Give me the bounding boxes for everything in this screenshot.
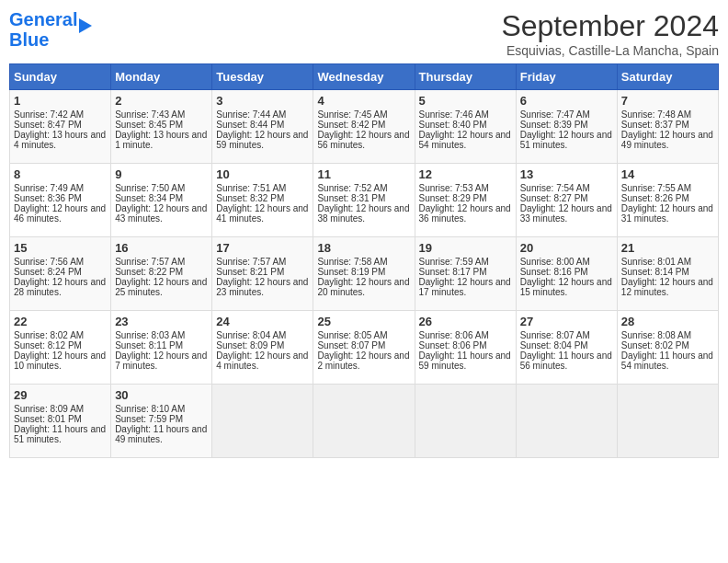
daylight-label: Daylight: 11 hours and 49 minutes.	[115, 424, 207, 444]
calendar-cell: 9 Sunrise: 7:50 AM Sunset: 8:34 PM Dayli…	[111, 164, 212, 237]
daylight-label: Daylight: 11 hours and 56 minutes.	[520, 350, 612, 371]
sunset-label: Sunset: 8:09 PM	[216, 340, 284, 350]
sunrise-label: Sunrise: 7:48 AM	[621, 109, 691, 120]
calendar-table: Sunday Monday Tuesday Wednesday Thursday…	[9, 63, 719, 458]
sunset-label: Sunset: 8:07 PM	[317, 340, 385, 350]
sunrise-label: Sunrise: 7:45 AM	[317, 109, 387, 120]
calendar-cell: 14 Sunrise: 7:55 AM Sunset: 8:26 PM Dayl…	[617, 164, 718, 237]
daylight-label: Daylight: 12 hours and 51 minutes.	[520, 130, 612, 150]
calendar-cell: 18 Sunrise: 7:58 AM Sunset: 8:19 PM Dayl…	[313, 237, 415, 311]
daylight-label: Daylight: 12 hours and 25 minutes.	[115, 277, 207, 297]
th-sunday: Sunday	[10, 64, 111, 90]
calendar-cell	[415, 385, 516, 458]
calendar-cell: 22 Sunrise: 8:02 AM Sunset: 8:12 PM Dayl…	[10, 311, 111, 385]
calendar-cell	[212, 385, 313, 458]
sunset-label: Sunset: 8:45 PM	[115, 120, 183, 130]
th-monday: Monday	[111, 64, 212, 90]
sunset-label: Sunset: 8:17 PM	[419, 267, 487, 277]
sunset-label: Sunset: 8:27 PM	[520, 193, 588, 203]
day-number: 3	[216, 94, 309, 108]
sunrise-label: Sunrise: 8:02 AM	[14, 330, 84, 340]
calendar-cell	[516, 385, 617, 458]
day-number: 29	[14, 388, 107, 402]
sunrise-label: Sunrise: 7:59 AM	[419, 257, 489, 267]
calendar-cell: 27 Sunrise: 8:07 AM Sunset: 8:04 PM Dayl…	[516, 311, 617, 385]
sunset-label: Sunset: 8:12 PM	[14, 340, 82, 350]
sunset-label: Sunset: 8:24 PM	[14, 267, 82, 277]
day-number: 22	[14, 315, 107, 328]
sunset-label: Sunset: 8:02 PM	[621, 340, 689, 350]
th-wednesday: Wednesday	[313, 64, 415, 90]
daylight-label: Daylight: 12 hours and 23 minutes.	[216, 277, 308, 297]
day-number: 5	[419, 94, 512, 108]
calendar-cell: 12 Sunrise: 7:53 AM Sunset: 8:29 PM Dayl…	[415, 164, 516, 237]
page-header: GeneralBlue September 2024 Esquivias, Ca…	[9, 9, 719, 58]
sunset-label: Sunset: 8:01 PM	[14, 414, 82, 424]
daylight-label: Daylight: 13 hours and 1 minute.	[115, 130, 207, 150]
sunrise-label: Sunrise: 8:07 AM	[520, 330, 590, 340]
sunrise-label: Sunrise: 7:49 AM	[14, 183, 84, 193]
sunrise-label: Sunrise: 7:57 AM	[216, 257, 286, 267]
daylight-label: Daylight: 12 hours and 49 minutes.	[621, 130, 713, 150]
sunrise-label: Sunrise: 7:52 AM	[317, 183, 387, 193]
daylight-label: Daylight: 12 hours and 10 minutes.	[14, 350, 106, 371]
month-title: September 2024	[501, 9, 719, 43]
logo: GeneralBlue	[9, 9, 92, 50]
sunset-label: Sunset: 8:39 PM	[520, 120, 588, 130]
calendar-cell: 7 Sunrise: 7:48 AM Sunset: 8:37 PM Dayli…	[617, 90, 718, 164]
day-number: 18	[317, 241, 410, 255]
daylight-label: Daylight: 12 hours and 4 minutes.	[216, 350, 308, 371]
sunrise-label: Sunrise: 7:58 AM	[317, 257, 387, 267]
calendar-cell: 21 Sunrise: 8:01 AM Sunset: 8:14 PM Dayl…	[617, 237, 718, 311]
sunset-label: Sunset: 8:04 PM	[520, 340, 588, 350]
sunset-label: Sunset: 8:06 PM	[419, 340, 487, 350]
calendar-cell	[617, 385, 718, 458]
daylight-label: Daylight: 12 hours and 41 minutes.	[216, 203, 308, 224]
day-number: 4	[317, 94, 410, 108]
calendar-cell: 26 Sunrise: 8:06 AM Sunset: 8:06 PM Dayl…	[415, 311, 516, 385]
calendar-week-4: 22 Sunrise: 8:02 AM Sunset: 8:12 PM Dayl…	[10, 311, 719, 385]
day-number: 1	[14, 94, 107, 108]
calendar-cell: 13 Sunrise: 7:54 AM Sunset: 8:27 PM Dayl…	[516, 164, 617, 237]
sunrise-label: Sunrise: 7:51 AM	[216, 183, 286, 193]
day-number: 2	[115, 94, 208, 108]
sunset-label: Sunset: 8:29 PM	[419, 193, 487, 203]
sunset-label: Sunset: 8:34 PM	[115, 193, 183, 203]
sunset-label: Sunset: 8:14 PM	[621, 267, 689, 277]
day-number: 27	[520, 315, 613, 328]
sunset-label: Sunset: 7:59 PM	[115, 414, 183, 424]
sunset-label: Sunset: 8:19 PM	[317, 267, 385, 277]
sunset-label: Sunset: 8:11 PM	[115, 340, 183, 350]
daylight-label: Daylight: 12 hours and 12 minutes.	[621, 277, 713, 297]
calendar-cell: 3 Sunrise: 7:44 AM Sunset: 8:44 PM Dayli…	[212, 90, 313, 164]
day-number: 23	[115, 315, 208, 328]
calendar-cell: 5 Sunrise: 7:46 AM Sunset: 8:40 PM Dayli…	[415, 90, 516, 164]
calendar-cell: 28 Sunrise: 8:08 AM Sunset: 8:02 PM Dayl…	[617, 311, 718, 385]
day-number: 25	[317, 315, 410, 328]
sunrise-label: Sunrise: 8:09 AM	[14, 404, 84, 414]
day-number: 13	[520, 167, 613, 181]
daylight-label: Daylight: 12 hours and 36 minutes.	[419, 203, 511, 224]
day-number: 20	[520, 241, 613, 255]
calendar-cell: 2 Sunrise: 7:43 AM Sunset: 8:45 PM Dayli…	[111, 90, 212, 164]
title-block: September 2024 Esquivias, Castille-La Ma…	[501, 9, 719, 58]
header-row: Sunday Monday Tuesday Wednesday Thursday…	[10, 64, 719, 90]
day-number: 7	[621, 94, 714, 108]
daylight-label: Daylight: 12 hours and 2 minutes.	[317, 350, 409, 371]
calendar-cell: 24 Sunrise: 8:04 AM Sunset: 8:09 PM Dayl…	[212, 311, 313, 385]
sunset-label: Sunset: 8:42 PM	[317, 120, 385, 130]
sunrise-label: Sunrise: 7:55 AM	[621, 183, 691, 193]
sunrise-label: Sunrise: 7:44 AM	[216, 109, 286, 120]
day-number: 12	[419, 167, 512, 181]
daylight-label: Daylight: 12 hours and 59 minutes.	[216, 130, 308, 150]
sunrise-label: Sunrise: 7:50 AM	[115, 183, 185, 193]
sunrise-label: Sunrise: 8:05 AM	[317, 330, 387, 340]
day-number: 28	[621, 315, 714, 328]
day-number: 24	[216, 315, 309, 328]
daylight-label: Daylight: 12 hours and 54 minutes.	[419, 130, 511, 150]
calendar-cell: 8 Sunrise: 7:49 AM Sunset: 8:36 PM Dayli…	[10, 164, 111, 237]
day-number: 16	[115, 241, 208, 255]
calendar-cell: 19 Sunrise: 7:59 AM Sunset: 8:17 PM Dayl…	[415, 237, 516, 311]
daylight-label: Daylight: 12 hours and 31 minutes.	[621, 203, 713, 224]
calendar-week-3: 15 Sunrise: 7:56 AM Sunset: 8:24 PM Dayl…	[10, 237, 719, 311]
